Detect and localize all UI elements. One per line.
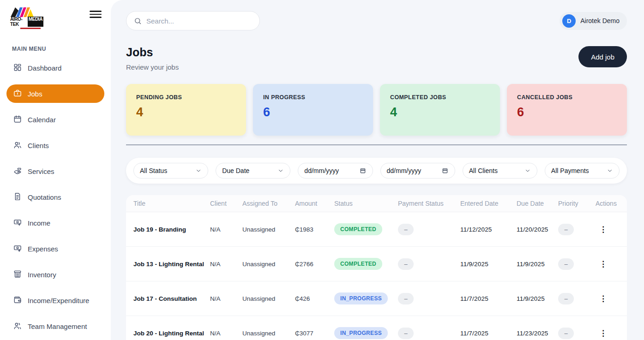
payment-status-empty: – — [398, 328, 414, 339]
sidebar-item-inventory[interactable]: Inventory — [6, 265, 104, 284]
date-placeholder: dd/mm/yyyy — [304, 167, 339, 174]
stat-card: IN PROGRESS 6 — [253, 84, 373, 136]
stat-card: PENDING JOBS 4 — [126, 84, 246, 136]
user-avatar: D — [562, 14, 576, 28]
job-due-date: 11/20/2025 — [517, 226, 558, 233]
filter-date-input[interactable]: dd/mm/yyyy — [298, 163, 373, 179]
chevron-down-icon — [277, 167, 284, 174]
filter-value: All Clients — [469, 167, 498, 174]
stat-card-label: IN PROGRESS — [263, 94, 363, 101]
sidebar-item-label: Quotations — [28, 193, 61, 201]
column-header-payment-status: Payment Status — [398, 200, 460, 207]
stat-card-value: 4 — [136, 105, 236, 119]
job-client: N/A — [210, 330, 242, 337]
priority-empty: – — [558, 258, 574, 270]
filter-value: Due Date — [222, 167, 249, 174]
job-amount: ₵3077 — [295, 330, 334, 337]
status-badge: IN_PROGRESS — [334, 292, 388, 304]
payment-status-empty: – — [398, 258, 414, 270]
job-entered-date: 11/9/2025 — [460, 261, 517, 268]
job-entered-date: 11/12/2025 — [460, 226, 517, 233]
table-row: Job 17 - ConsultationN/AUnassigned₵426IN… — [126, 281, 627, 316]
row-actions-menu-icon[interactable]: ⋮ — [596, 258, 611, 270]
job-priority: – — [558, 224, 596, 235]
filter-select-due-date[interactable]: Due Date — [216, 163, 290, 179]
job-payment-status: – — [398, 258, 460, 270]
row-actions-menu-icon[interactable]: ⋮ — [596, 328, 611, 339]
job-entered-date: 11/7/2025 — [460, 295, 517, 302]
priority-empty: – — [558, 224, 574, 235]
stat-card-label: COMPLETED JOBS — [390, 94, 490, 101]
job-due-date: 11/23/2025 — [517, 330, 558, 337]
column-header-amount: Amount — [295, 200, 334, 207]
table-header-row: TitleClientAssigned ToAmountStatusPaymen… — [126, 195, 627, 212]
sidebar-item-clients[interactable]: Clients — [6, 136, 104, 155]
stat-card-value: 6 — [263, 105, 363, 119]
job-status: IN_PROGRESS — [334, 327, 398, 339]
filter-select-all-clients[interactable]: All Clients — [463, 163, 537, 179]
chevron-down-icon — [195, 167, 202, 174]
payment-status-empty: – — [398, 293, 414, 304]
status-badge: IN_PROGRESS — [334, 327, 388, 339]
sidebar-item-calendar[interactable]: Calendar — [6, 110, 104, 129]
calendar-picker-icon — [442, 167, 449, 174]
sidebar-item-income[interactable]: Income — [6, 214, 104, 232]
sidebar: AIRO-TEK MEDIA MAIN MENU Dashboard Jobs … — [0, 0, 111, 340]
sidebar-item-income-expenditure[interactable]: Income/Expenditure — [6, 291, 104, 310]
table-row: Job 13 - Lighting RentalN/AUnassigned₵27… — [126, 247, 627, 281]
job-client: N/A — [210, 226, 242, 233]
job-title: Job 20 - Lighting Rental — [133, 330, 210, 337]
sidebar-item-services[interactable]: Services — [6, 162, 104, 180]
cash-down-icon — [13, 244, 22, 254]
stat-card-label: PENDING JOBS — [136, 94, 236, 101]
sidebar-item-label: Jobs — [28, 90, 42, 98]
row-actions-menu-icon[interactable]: ⋮ — [596, 224, 611, 235]
job-priority: – — [558, 328, 596, 339]
job-title: Job 13 - Lighting Rental — [133, 261, 210, 268]
row-actions-menu-icon[interactable]: ⋮ — [596, 293, 611, 304]
stat-card-value: 6 — [517, 105, 617, 119]
briefcase-icon — [13, 89, 22, 99]
table-body: Job 19 - BrandingN/AUnassigned₵1983COMPL… — [126, 212, 627, 340]
filter-date-input[interactable]: dd/mm/yyyy — [380, 163, 455, 179]
search-input[interactable] — [146, 17, 252, 25]
sidebar-item-jobs[interactable]: Jobs — [6, 84, 104, 103]
payment-status-empty: – — [398, 224, 414, 235]
job-priority: – — [558, 293, 596, 304]
jobs-table: TitleClientAssigned ToAmountStatusPaymen… — [126, 195, 627, 340]
job-client: N/A — [210, 295, 242, 302]
sidebar-item-team-management[interactable]: Team Management — [6, 317, 104, 335]
status-badge: COMPLETED — [334, 223, 382, 235]
job-amount: ₵1983 — [295, 226, 334, 233]
user-menu[interactable]: D Airotek Demo — [560, 12, 627, 30]
filter-value: All Status — [140, 167, 167, 174]
sidebar-item-quotations[interactable]: Quotations — [6, 188, 104, 206]
filter-select-all-payments[interactable]: All Payments — [545, 163, 620, 179]
job-actions: ⋮ — [596, 224, 620, 235]
job-amount: ₵426 — [295, 295, 334, 302]
brand-tagline-bar — [20, 28, 41, 29]
job-priority: – — [558, 258, 596, 270]
column-header-actions: Actions — [596, 200, 620, 207]
date-placeholder: dd/mm/yyyy — [387, 167, 421, 174]
sidebar-item-label: Income/Expenditure — [28, 297, 89, 304]
sidebar-nav: Dashboard Jobs Calendar Clients Services… — [6, 59, 104, 335]
job-amount: ₵2766 — [295, 261, 334, 268]
filter-select-all-status[interactable]: All Status — [133, 163, 208, 179]
job-title: Job 19 - Branding — [133, 226, 210, 233]
filter-value: All Payments — [551, 167, 589, 174]
section-divider — [126, 144, 627, 145]
menu-toggle-icon[interactable] — [90, 9, 102, 19]
column-header-due-date: Due Date — [517, 200, 558, 207]
job-client: N/A — [210, 261, 242, 268]
add-job-button[interactable]: Add job — [578, 46, 627, 67]
sidebar-item-expenses[interactable]: Expenses — [6, 239, 104, 258]
column-header-entered-date: Entered Date — [460, 200, 517, 207]
stat-card: COMPLETED JOBS 4 — [380, 84, 500, 136]
brand-name-secondary: MEDIA — [28, 17, 43, 27]
column-header-assigned-to: Assigned To — [242, 200, 295, 207]
sidebar-item-dashboard[interactable]: Dashboard — [6, 59, 104, 77]
brand-name-primary: AIRO-TEK — [10, 17, 27, 27]
calendar-picker-icon — [360, 167, 367, 174]
sidebar-item-label: Dashboard — [28, 64, 61, 72]
